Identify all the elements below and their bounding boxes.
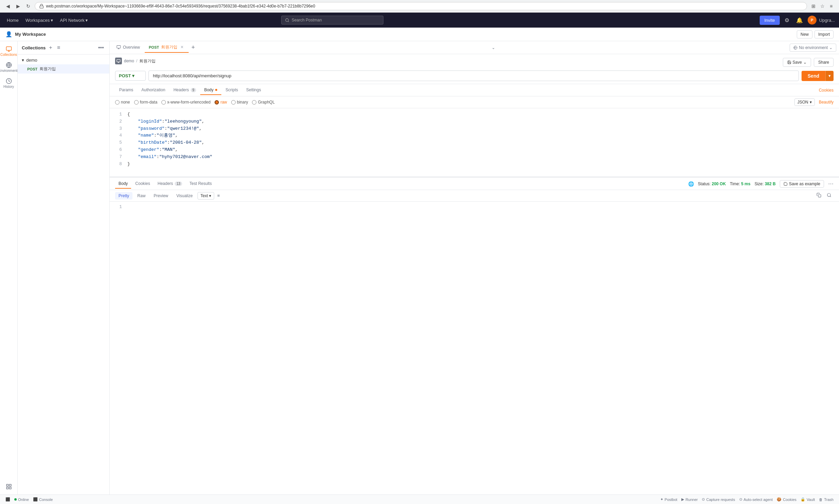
req-tab-settings[interactable]: Settings [242, 85, 265, 95]
browser-translate-btn[interactable]: ⊞ [810, 2, 817, 10]
text-format-dropdown[interactable]: Text ▾ [197, 192, 214, 200]
status-online-item[interactable]: Online [14, 498, 29, 502]
settings-button[interactable]: ⚙ [782, 16, 791, 25]
globe-info-button[interactable]: 🌐 [688, 181, 694, 187]
browser-menu-btn[interactable]: ≡ [827, 2, 835, 10]
radio-raw-input[interactable] [215, 100, 219, 105]
workspaces-menu[interactable]: Workspaces ▾ [23, 16, 56, 25]
tab-close-button[interactable]: ✕ [179, 45, 185, 50]
code-editor[interactable]: 1 { 2 "loginId":"leehongyoung", 3 "passw… [110, 108, 839, 176]
runner-item[interactable]: ▶ Runner [681, 497, 698, 502]
sidebar-item-collections[interactable]: Collections [1, 44, 17, 59]
tab-active-request[interactable]: POST 회원가입 ✕ [145, 42, 189, 53]
radio-graphql[interactable]: GraphQL [252, 100, 274, 105]
radio-urlencoded[interactable]: x-www-form-urlencoded [161, 100, 210, 105]
url-input[interactable] [148, 70, 799, 81]
format-preview-button[interactable]: Preview [150, 192, 172, 200]
filter-button[interactable]: ≡ [56, 44, 61, 51]
send-dropdown-button[interactable]: ▾ [825, 71, 834, 81]
no-environment-button[interactable]: No environment ⌄ [790, 44, 836, 52]
browser-star-btn[interactable]: ☆ [819, 2, 826, 10]
format-raw-button[interactable]: Raw [134, 192, 149, 200]
radio-form-data-input[interactable] [134, 100, 139, 105]
add-collection-button[interactable]: + [48, 44, 53, 51]
home-link[interactable]: Home [4, 16, 21, 25]
request-area: demo / 회원가입 Save ⌄ Share POST ▾ [110, 54, 839, 84]
avatar[interactable]: P [808, 16, 817, 25]
capture-label: Capture requests [706, 498, 735, 502]
sidebar-item-mockservers[interactable] [1, 482, 17, 492]
capture-item[interactable]: ⊙ Capture requests [702, 497, 735, 502]
status-boot-item[interactable]: ⬛ [5, 497, 10, 502]
share-button[interactable]: Share [814, 58, 834, 67]
postbot-item[interactable]: ✦ Postbot [660, 497, 677, 502]
request-tabs: Params Authorization Headers 9 Body Scri… [110, 84, 839, 96]
save-dropdown-icon[interactable]: ⌄ [803, 60, 807, 65]
trash-item[interactable]: 🗑 Trash [819, 497, 834, 502]
cookies-link[interactable]: Cookies [819, 88, 834, 93]
api-network-menu[interactable]: API Network ▾ [57, 16, 91, 25]
invite-button[interactable]: Invite [760, 16, 780, 25]
browser-url-bar[interactable]: web.postman.co/workspace/My-Workspace~11… [35, 2, 807, 10]
breadcrumb-collection[interactable]: demo [124, 59, 134, 63]
upgrade-link[interactable]: Upgra... [819, 18, 835, 23]
resp-tab-headers[interactable]: Headers 13 [154, 179, 186, 189]
format-visualize-button[interactable]: Visualize [173, 192, 196, 200]
radio-none-input[interactable] [115, 100, 120, 105]
copy-response-button[interactable] [814, 192, 823, 200]
search-response-button[interactable] [825, 192, 834, 200]
radio-urlencoded-input[interactable] [161, 100, 166, 105]
save-button[interactable]: Save ⌄ [783, 58, 811, 67]
radio-raw[interactable]: raw [215, 100, 227, 105]
radio-none[interactable]: none [115, 100, 130, 105]
cookies-status-item[interactable]: 🍪 Cookies [777, 497, 796, 502]
breadcrumb: demo / 회원가입 [115, 58, 156, 64]
more-options-button[interactable]: ••• [97, 44, 105, 51]
browser-back-btn[interactable]: ◀ [4, 2, 12, 10]
format-pretty-button[interactable]: Pretty [115, 192, 132, 200]
collection-demo[interactable]: ▾ demo [18, 56, 109, 64]
save-example-button[interactable]: Save as example [780, 180, 824, 188]
runner-icon: ▶ [681, 497, 684, 502]
browser-refresh-btn[interactable]: ↻ [25, 2, 32, 10]
auto-select-label: Auto-select agent [744, 498, 773, 502]
sidebar-panel-header: Collections + ≡ ••• [18, 41, 109, 54]
sidebar-item-environments[interactable]: Environments [1, 60, 17, 75]
req-tab-params[interactable]: Params [115, 85, 137, 95]
import-button[interactable]: Import [814, 30, 834, 38]
resp-more-button[interactable]: ⋯ [828, 180, 834, 187]
req-tab-authorization[interactable]: Authorization [137, 85, 169, 95]
browser-forward-btn[interactable]: ▶ [14, 2, 22, 10]
notifications-button[interactable]: 🔔 [794, 16, 805, 25]
request-item-signup[interactable]: POST 회원가입 [18, 64, 109, 74]
workspace-actions: New Import [797, 30, 834, 38]
vault-item[interactable]: 🔒 Vault [801, 497, 815, 502]
radio-graphql-input[interactable] [252, 100, 256, 105]
app-header: Home Workspaces ▾ API Network ▾ Search P… [0, 13, 839, 28]
radio-binary-input[interactable] [231, 100, 236, 105]
req-tab-headers[interactable]: Headers 9 [169, 85, 200, 95]
resp-tab-test-results[interactable]: Test Results [186, 179, 215, 189]
tab-overview[interactable]: Overview [112, 43, 144, 52]
svg-point-1 [286, 18, 289, 21]
search-bar[interactable]: Search Postman [281, 16, 383, 25]
status-console-item[interactable]: ⬛ Console [33, 497, 53, 502]
new-button[interactable]: New [797, 30, 812, 38]
json-format-select[interactable]: JSON ▾ [794, 98, 815, 106]
tab-more-button[interactable]: ⌄ [492, 45, 495, 50]
resp-tab-body[interactable]: Body [115, 179, 131, 189]
filter-icon[interactable]: ≡ [216, 192, 222, 199]
req-tab-body[interactable]: Body [200, 85, 222, 95]
save-icon [783, 182, 788, 186]
auto-select-item[interactable]: ⊙ Auto-select agent [739, 497, 773, 502]
sidebar-item-history[interactable]: History [1, 76, 17, 91]
radio-binary[interactable]: binary [231, 100, 248, 105]
req-tab-scripts[interactable]: Scripts [221, 85, 242, 95]
resp-tab-cookies[interactable]: Cookies [132, 179, 153, 189]
tabs-bar: Overview POST 회원가입 ✕ + ⌄ No environment … [110, 41, 839, 54]
method-select[interactable]: POST ▾ [115, 71, 146, 81]
send-button[interactable]: Send [802, 71, 825, 81]
radio-form-data[interactable]: form-data [134, 100, 157, 105]
beautify-link[interactable]: Beautify [819, 100, 834, 105]
tab-add-button[interactable]: + [189, 43, 197, 52]
